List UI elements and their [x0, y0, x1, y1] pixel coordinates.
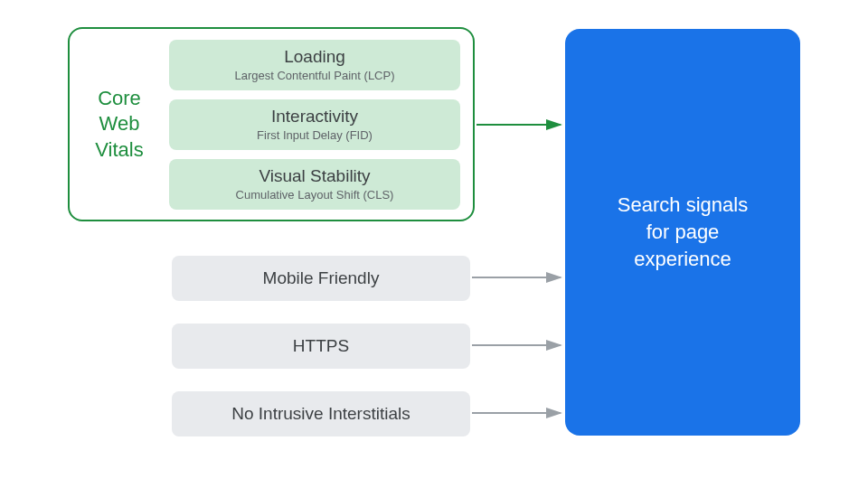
metric-title: Loading	[169, 47, 460, 67]
cwv-metrics-stack: Loading Largest Contentful Paint (LCP) I…	[169, 29, 473, 221]
target-line: experience	[618, 246, 748, 273]
cwv-label-line: Web	[70, 111, 169, 137]
target-line: Search signals	[618, 192, 748, 219]
metric-subtitle: Largest Contentful Paint (LCP)	[169, 69, 460, 82]
target-text: Search signals for page experience	[618, 192, 748, 272]
metric-visual-stability: Visual Stability Cumulative Layout Shift…	[169, 159, 460, 210]
metric-title: Visual Stability	[169, 166, 460, 186]
core-web-vitals-group: Core Web Vitals Loading Largest Contentf…	[68, 27, 475, 221]
core-web-vitals-label: Core Web Vitals	[70, 86, 169, 164]
metric-subtitle: Cumulative Layout Shift (CLS)	[169, 188, 460, 202]
target-line: for page	[618, 219, 748, 246]
search-signals-target: Search signals for page experience	[565, 29, 800, 436]
metric-loading: Loading Largest Contentful Paint (LCP)	[169, 40, 460, 90]
metric-title: Interactivity	[169, 107, 460, 127]
signal-label: HTTPS	[293, 336, 349, 355]
signal-label: No Intrusive Interstitials	[231, 404, 410, 423]
cwv-label-line: Vitals	[70, 137, 169, 164]
signal-no-intrusive-interstitials: No Intrusive Interstitials	[172, 391, 470, 436]
metric-subtitle: First Input Delay (FID)	[169, 128, 460, 142]
metric-interactivity: Interactivity First Input Delay (FID)	[169, 99, 460, 150]
signal-mobile-friendly: Mobile Friendly	[172, 256, 470, 301]
signal-https: HTTPS	[172, 324, 470, 369]
cwv-label-line: Core	[70, 86, 169, 112]
signal-label: Mobile Friendly	[263, 268, 380, 287]
